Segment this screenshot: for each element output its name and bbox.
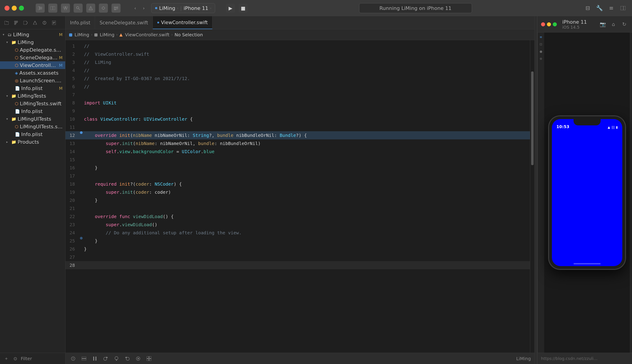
filter-toggle-button[interactable]: ⊙ xyxy=(12,355,19,362)
sidebar-item-products[interactable]: ▸ 📁 Products xyxy=(0,138,65,146)
sidebar-item-viewcontroller[interactable]: ▾ ⬡ ViewController.swift M xyxy=(0,61,65,69)
inspector-side-panel: ≡ ⊡ ● ⊛ xyxy=(537,32,544,353)
folder-icon[interactable] xyxy=(3,19,10,26)
sim-maximize-button[interactable] xyxy=(553,22,557,26)
tab-infoplist[interactable]: Info.plist xyxy=(66,16,95,29)
breadcrumb-viewcontroller[interactable]: ViewController.swift xyxy=(119,32,170,38)
breadcrumb-sep-1: › xyxy=(91,32,92,37)
simulator-panel: iPhone 11 iOS 14.5 📷 ⌂ ↻ ≡ ⊡ ● ⊛ xyxy=(537,16,632,364)
editor-layout-button[interactable] xyxy=(48,4,57,13)
close-button[interactable] xyxy=(5,6,10,10)
sidebar-item-limingtests-swift[interactable]: ▾ ⬡ LiMingTests.swift xyxy=(0,100,65,107)
maximize-button[interactable] xyxy=(19,6,24,10)
view-debugger-button[interactable] xyxy=(145,354,153,363)
debug-icon[interactable] xyxy=(41,19,48,26)
sim-close-button[interactable] xyxy=(541,22,545,26)
traffic-lights xyxy=(5,6,24,10)
diamond-button[interactable] xyxy=(99,4,108,13)
sidebar-item-liming-root[interactable]: ▾ 🗂 LiMing M xyxy=(0,31,65,38)
forward-button[interactable]: › xyxy=(140,4,148,12)
scheme-selector[interactable]: LiMing › | iPhone 11 › xyxy=(151,3,215,13)
step-into-button[interactable] xyxy=(112,354,121,363)
minimize-button[interactable] xyxy=(12,6,17,10)
editor-scrollbar[interactable] xyxy=(530,40,534,353)
sidebar-item-liminguitests-swift[interactable]: ▾ ⬡ LiMingUITests.swift xyxy=(0,123,65,130)
swift-file-icon: ⬡ xyxy=(15,63,19,68)
sidebar-item-launchscreen[interactable]: ▾ ◎ LaunchScreen.storyboard xyxy=(0,77,65,84)
sidebar-item-scenedelegate[interactable]: ▾ ⬡ SceneDelegate.swift M xyxy=(0,54,65,61)
filter-label: Filter xyxy=(21,356,32,361)
sidebar-item-assets[interactable]: ▾ ◈ Assets.xcassets xyxy=(0,69,65,77)
svg-rect-50 xyxy=(147,359,149,361)
sidebar-item-infoplist[interactable]: ▾ 📄 Info.plist M xyxy=(0,84,65,92)
magnify-button[interactable] xyxy=(74,4,83,13)
structure-button[interactable] xyxy=(112,4,121,13)
tab-scenedelegate[interactable]: SceneDelegate.swift xyxy=(95,16,153,29)
sim-home-button[interactable]: ⌂ xyxy=(609,20,617,28)
inspector-scroll-mid[interactable]: ● xyxy=(631,42,632,47)
continue-button[interactable] xyxy=(134,354,142,363)
memory-button[interactable]: 🔧 xyxy=(595,4,604,13)
chevron-down-icon: ▾ xyxy=(3,33,6,36)
iphone-screen: 10:53 ▲ ||| ▮ xyxy=(552,119,622,266)
play-button[interactable]: ▶ xyxy=(226,4,235,13)
toggle-debugger-button[interactable] xyxy=(80,354,88,363)
warning-button[interactable] xyxy=(86,4,95,13)
inspector-scroll-down[interactable]: ▼ xyxy=(631,49,632,54)
sidebar-item-limingtests[interactable]: ▾ 📁 LiMingTests xyxy=(0,92,65,100)
tab-viewcontroller[interactable]: ViewController.swift xyxy=(153,16,212,29)
environment-button[interactable]: ≡ xyxy=(607,4,616,13)
line-number: 23 xyxy=(66,220,79,229)
sim-screenshot-button[interactable]: 📷 xyxy=(598,20,607,28)
source-control-icon[interactable] xyxy=(12,19,20,26)
code-editor[interactable]: 1 // 2 // ViewController.swift 3 // LiMi… xyxy=(66,40,530,353)
scroll-thumb[interactable] xyxy=(531,72,534,165)
hierarchy-button[interactable] xyxy=(61,4,70,13)
line-number: 24 xyxy=(66,229,79,237)
sidebar-toggle-button[interactable] xyxy=(36,4,45,13)
inspector-toggle-button[interactable] xyxy=(618,4,627,13)
inspector-attr-button[interactable]: ≡ xyxy=(538,34,544,40)
tests-icon[interactable] xyxy=(31,19,39,26)
add-file-button[interactable]: ＋ xyxy=(3,355,10,362)
back-button[interactable]: ‹ xyxy=(131,4,139,12)
svg-rect-18 xyxy=(114,10,116,10)
line-number: 28 xyxy=(66,261,79,269)
sidebar-item-infoplist-tests[interactable]: ▾ 📄 Info.plist xyxy=(0,107,65,115)
line-number: 22 xyxy=(66,212,79,220)
step-out-button[interactable] xyxy=(123,354,131,363)
stop-button[interactable]: ■ xyxy=(239,4,248,13)
iphone-status-icons: ▲ ||| ▮ xyxy=(608,126,618,129)
line-content: // Do any additional setup after loading… xyxy=(84,229,530,237)
sidebar-item-liminguitests[interactable]: ▾ 📁 LiMingUITests xyxy=(0,115,65,123)
sidebar-item-appdelegate[interactable]: ▾ ⬡ AppDelegate.swift xyxy=(0,46,65,54)
breadcrumb-liming[interactable]: LiMing xyxy=(69,32,89,38)
inspector-scroll-up[interactable]: ▲ xyxy=(631,34,632,40)
issues-button[interactable] xyxy=(69,354,77,363)
breakpoints-button[interactable]: ⊟ xyxy=(583,4,592,13)
editor-sim-divider[interactable] xyxy=(534,16,537,364)
svg-rect-15 xyxy=(102,6,105,10)
svg-rect-49 xyxy=(149,356,151,358)
line-content: super.init(nibName: nibNameOrNil, bundle… xyxy=(84,140,530,148)
line-number: 6 xyxy=(66,82,79,91)
sim-rotate-button[interactable]: ↻ xyxy=(620,20,628,28)
sim-minimize-button[interactable] xyxy=(547,22,551,26)
breadcrumb-no-selection: No Selection xyxy=(174,32,203,38)
iphone-device[interactable]: 10:53 ▲ ||| ▮ xyxy=(549,116,625,269)
swift-file-icon: ⬡ xyxy=(15,48,19,52)
pause-button[interactable] xyxy=(91,354,99,363)
sidebar-item-label: Info.plist xyxy=(21,132,63,137)
line-number: 9 xyxy=(66,107,79,115)
sidebar: ▾ 🗂 LiMing M ▾ 📁 LiMing ▾ ⬡ AppDelegate.… xyxy=(0,16,66,364)
inspector-bindings-button[interactable]: ⊛ xyxy=(538,56,544,61)
report-icon[interactable] xyxy=(50,19,58,26)
breakpoints-sidebar-icon[interactable] xyxy=(22,19,29,26)
breakpoint-indicator xyxy=(80,237,83,240)
sidebar-item-infoplist-uitests[interactable]: ▾ 📄 Info.plist xyxy=(0,130,65,138)
breadcrumb-liming-2[interactable]: LiMing xyxy=(94,32,114,38)
inspector-connections-button[interactable]: ● xyxy=(538,49,544,54)
sidebar-item-liming-group[interactable]: ▾ 📁 LiMing xyxy=(0,38,65,46)
step-over-button[interactable] xyxy=(102,354,110,363)
inspector-size-button[interactable]: ⊡ xyxy=(538,42,544,47)
